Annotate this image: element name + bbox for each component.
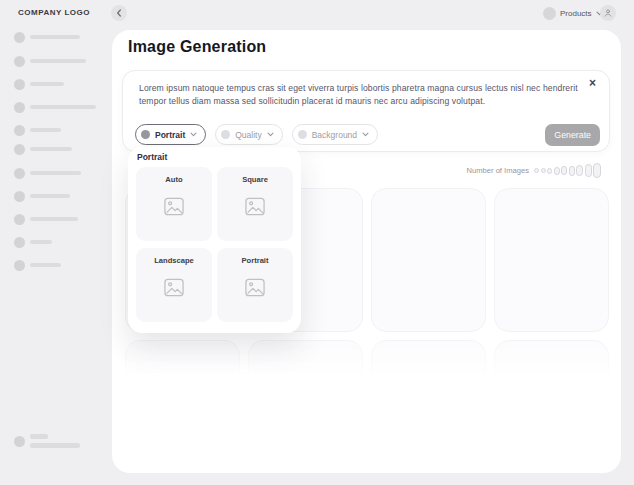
number-of-images-label: Number of Images [467, 166, 529, 175]
sidebar-item-skeleton [14, 32, 80, 43]
main-content-panel: Image Generation Lorem ipsum natoque tem… [112, 30, 621, 473]
result-card-placeholder [494, 188, 609, 332]
sidebar-item-skeleton [14, 79, 64, 90]
sidebar-item-skeleton [14, 260, 61, 271]
image-count-step[interactable] [547, 168, 552, 174]
option-label: Portrait [217, 256, 293, 265]
image-count-step[interactable] [541, 168, 546, 173]
sidebar-item-skeleton [14, 102, 96, 113]
aspect-option-portrait[interactable]: Portrait [217, 248, 293, 322]
close-icon[interactable]: × [589, 76, 596, 90]
skeleton-dot [14, 79, 25, 90]
page-title: Image Generation [128, 38, 266, 56]
result-card-placeholder [371, 188, 486, 332]
filter-pills-row: PortraitQualityBackground [135, 124, 378, 145]
image-count-step[interactable] [554, 167, 560, 175]
skeleton-dot [14, 144, 25, 155]
skeleton-line [30, 35, 80, 39]
image-placeholder-icon [164, 197, 185, 216]
skeleton-dot [14, 102, 25, 113]
products-label: Products [560, 9, 592, 18]
skeleton-line [30, 240, 52, 244]
result-card-placeholder [125, 340, 240, 382]
filter-pill-portrait[interactable]: Portrait [135, 124, 206, 145]
result-card-placeholder [494, 340, 609, 382]
generate-button[interactable]: Generate [545, 124, 600, 146]
avatar-skeleton [14, 436, 25, 447]
prompt-card[interactable]: Lorem ipsum natoque tempus cras sit eget… [122, 70, 610, 152]
number-of-images-control: Number of Images [467, 163, 601, 178]
skeleton-dot [14, 56, 25, 67]
option-label: Auto [136, 175, 212, 184]
image-placeholder-icon [245, 197, 266, 216]
skeleton-dot [14, 237, 25, 248]
skeleton-line [30, 59, 86, 63]
skeleton-line [30, 105, 96, 109]
skeleton-line [30, 147, 72, 151]
skeleton-line [30, 434, 48, 439]
products-menu[interactable]: Products [543, 5, 603, 21]
filter-pill-quality[interactable]: Quality [215, 124, 282, 145]
option-label: Landscape [136, 256, 212, 265]
back-button[interactable] [111, 5, 127, 21]
sidebar-item-skeleton [14, 191, 70, 202]
skeleton-line [30, 194, 70, 198]
status-dot [298, 130, 307, 139]
chevron-down-icon [362, 132, 369, 137]
skeleton-dot [14, 260, 25, 271]
image-count-step[interactable] [585, 164, 592, 177]
skeleton-dot [14, 191, 25, 202]
aspect-option-auto[interactable]: Auto [136, 167, 212, 241]
sidebar-item-skeleton [14, 56, 86, 67]
filter-label: Quality [235, 130, 261, 140]
sidebar-item-skeleton [14, 144, 72, 155]
sidebar-item-skeleton [14, 125, 61, 136]
status-dot [141, 130, 150, 139]
skeleton-dot [14, 125, 25, 136]
sidebar-item-skeleton [14, 237, 52, 248]
option-label: Square [217, 175, 293, 184]
image-placeholder-icon [164, 278, 185, 297]
product-logo-placeholder [543, 7, 556, 20]
person-icon [603, 8, 613, 18]
portrait-dropdown-panel: Portrait AutoSquareLandscapePortrait [128, 147, 301, 333]
prompt-text-input[interactable]: Lorem ipsum natoque tempus cras sit eget… [139, 82, 591, 108]
skeleton-line [30, 128, 61, 132]
image-count-step[interactable] [561, 166, 567, 175]
skeleton-line [30, 171, 81, 175]
dropdown-title: Portrait [137, 152, 167, 162]
chevron-down-icon [267, 132, 274, 137]
image-count-step[interactable] [534, 168, 539, 173]
skeleton-line [30, 82, 64, 86]
chevron-left-icon [116, 9, 122, 17]
image-count-step[interactable] [593, 163, 601, 178]
image-count-step[interactable] [569, 166, 575, 176]
result-cards-row-faded [125, 340, 609, 382]
sidebar-item-skeleton [14, 214, 78, 225]
status-dot [221, 130, 230, 139]
image-count-step[interactable] [576, 165, 583, 176]
filter-label: Portrait [155, 130, 185, 140]
skeleton-dot [14, 214, 25, 225]
skeleton-line [30, 217, 78, 221]
skeleton-dot [14, 32, 25, 43]
aspect-option-landscape[interactable]: Landscape [136, 248, 212, 322]
sidebar-item-skeleton [14, 168, 81, 179]
skeleton-line [30, 263, 61, 267]
result-card-placeholder [371, 340, 486, 382]
aspect-option-square[interactable]: Square [217, 167, 293, 241]
skeleton-dot [14, 168, 25, 179]
company-logo: COMPANY LOGO [18, 8, 90, 17]
image-count-stepper[interactable] [534, 163, 601, 178]
sidebar-footer-skeleton [14, 433, 94, 451]
filter-pill-background[interactable]: Background [292, 124, 378, 145]
filter-label: Background [312, 130, 357, 140]
dropdown-options-grid: AutoSquareLandscapePortrait [136, 167, 293, 322]
image-placeholder-icon [245, 278, 266, 297]
user-avatar[interactable] [600, 5, 616, 21]
skeleton-line [30, 443, 80, 448]
chevron-down-icon [190, 132, 197, 137]
result-card-placeholder [248, 340, 363, 382]
